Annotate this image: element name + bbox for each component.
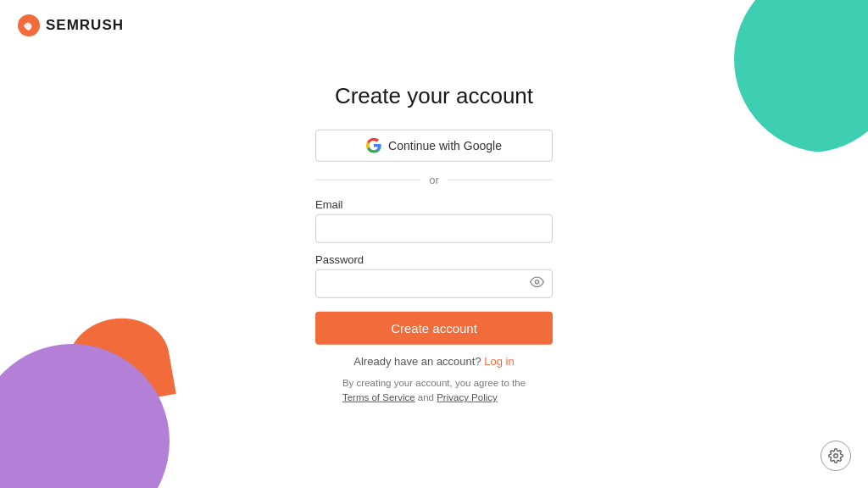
or-divider: or: [315, 174, 553, 186]
page-title: Create your account: [335, 83, 533, 109]
logo[interactable]: SEMRUSH: [17, 14, 124, 37]
svg-point-2: [834, 454, 838, 458]
email-input[interactable]: [315, 214, 553, 243]
google-icon: [366, 138, 381, 153]
semrush-logo-icon: [17, 14, 41, 37]
login-prompt: Already have an account? Log in: [353, 355, 514, 368]
password-field-group: Password: [315, 253, 553, 298]
logo-text: SEMRUSH: [46, 17, 124, 34]
privacy-policy-link[interactable]: Privacy Policy: [437, 392, 498, 402]
divider-line-right: [448, 180, 553, 180]
divider-text: or: [429, 174, 439, 186]
google-button-label: Continue with Google: [388, 139, 502, 152]
toggle-password-icon[interactable]: [530, 274, 544, 292]
terms-text: By creating your account, you agree to t…: [342, 376, 526, 406]
email-label: Email: [315, 198, 553, 211]
signup-form-container: Create your account Continue with Google…: [315, 83, 553, 406]
login-link[interactable]: Log in: [484, 355, 514, 368]
settings-button[interactable]: [821, 441, 851, 471]
password-label: Password: [315, 253, 553, 266]
decorative-teal-shape: [715, 0, 868, 152]
settings-icon: [828, 448, 843, 463]
svg-point-1: [535, 280, 538, 284]
password-wrapper: [315, 269, 553, 298]
create-account-button[interactable]: Create account: [315, 312, 553, 345]
email-field-group: Email: [315, 198, 553, 243]
google-signin-button[interactable]: Continue with Google: [315, 130, 553, 162]
terms-of-service-link[interactable]: Terms of Service: [342, 392, 415, 402]
divider-line-left: [315, 180, 420, 180]
password-input[interactable]: [315, 269, 553, 298]
